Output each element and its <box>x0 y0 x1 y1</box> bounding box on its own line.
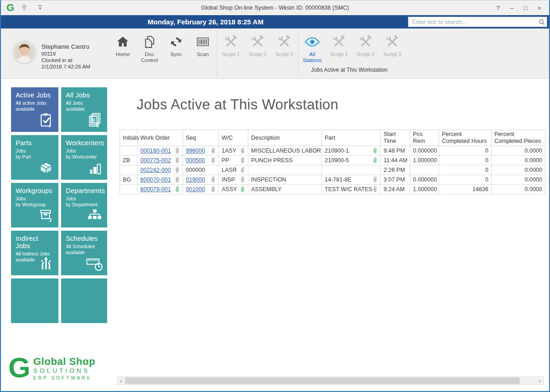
user-info: Stephanie Castro 00119 Clocked in at: 2/… <box>41 43 90 70</box>
paperclip-icon[interactable] <box>372 186 378 193</box>
wc-value: INSP <box>222 176 235 183</box>
paperclip-icon[interactable] <box>240 186 245 193</box>
scroll-right-icon[interactable]: › <box>536 377 544 385</box>
sidebar-tile-schedules[interactable]: SchedulesAll Schedules available <box>61 231 107 275</box>
cell-start_time: 3:07 PM <box>381 175 410 185</box>
seq-value[interactable]: 000500 <box>186 157 205 164</box>
scan-button[interactable]: Scan <box>189 32 216 57</box>
seq-value[interactable]: 996000 <box>186 148 205 154</box>
sidebar-tile-departments[interactable]: DepartmentsJobs by Department <box>61 183 107 227</box>
home-icon <box>109 34 136 50</box>
scrollbar-thumb[interactable] <box>125 377 520 384</box>
sidebar-tile-indirect-jobs[interactable]: Indirect JobsAll Indirect Jobs available <box>11 231 58 275</box>
barcode-icon <box>189 34 216 50</box>
paperclip-icon[interactable] <box>240 176 245 183</box>
cell-pct_pieces: 0.0000 <box>492 165 545 175</box>
scroll-left-icon[interactable]: ‹ <box>117 377 125 385</box>
user-avatar <box>13 41 36 64</box>
column-header-part[interactable]: Part <box>322 130 381 146</box>
paperclip-icon[interactable] <box>372 176 378 183</box>
search-input[interactable] <box>411 18 539 26</box>
lightbulb-icon[interactable] <box>21 4 28 12</box>
cell-work_order: 002242-000 <box>138 165 183 175</box>
sidebar-tile-workgroups[interactable]: WorkgroupsJobs by Workgroup <box>11 183 58 227</box>
cell-start_time: 2:26 PM <box>381 165 410 175</box>
toolbar-button-label: Script 2 <box>244 51 271 57</box>
home-button[interactable]: Home <box>109 32 136 57</box>
cell-seq: 000500 <box>183 156 219 165</box>
work_order-value[interactable]: 002242-000 <box>140 167 171 173</box>
column-header-work_order[interactable]: Work Order <box>138 130 183 146</box>
cell-description: PUNCH PRESS <box>248 156 322 165</box>
toolbar-button-label: Home <box>109 51 136 57</box>
close-button[interactable]: × <box>533 2 546 14</box>
paperclip-icon[interactable] <box>175 157 180 164</box>
tile-subtitle: All active Jobs available <box>16 100 54 112</box>
toolbar-button-label: Scan <box>189 51 216 57</box>
app-logo-g-icon: G <box>6 3 14 13</box>
page-title: Jobs Active at This Workstation <box>137 97 338 113</box>
column-header-seq[interactable]: Seq <box>183 130 219 146</box>
sidebar-tile-parts[interactable]: PartsJobs by Part <box>11 135 58 180</box>
logo-line1: Global Shop <box>33 357 95 367</box>
sidebar-tile-active-jobs[interactable]: Active JobsAll active Jobs available <box>11 87 58 132</box>
cell-part: 14-781-8E <box>322 175 381 185</box>
doc-control-button[interactable]: Doc Control <box>136 32 163 63</box>
quick-access-dropdown-icon[interactable]: ▾ <box>38 6 42 11</box>
app-window: G ▾ Global Shop On-line System - Wkstn I… <box>0 0 550 392</box>
work_order-value[interactable]: 600070-001 <box>140 176 171 183</box>
paperclip-icon[interactable] <box>240 147 245 154</box>
column-header-pct_pieces[interactable]: Percent Completed Pieces <box>492 130 545 146</box>
paperclip-icon[interactable] <box>211 176 216 183</box>
column-header-pct_hours[interactable]: Percent Completed Hours <box>439 130 492 146</box>
column-header-pcs_rem[interactable]: Pcs Rem <box>410 130 439 146</box>
paperclip-icon[interactable] <box>240 166 245 174</box>
paperclip-icon[interactable] <box>372 147 378 154</box>
search-icon[interactable] <box>539 19 545 25</box>
paperclip-icon[interactable] <box>175 166 180 174</box>
cell-initials <box>120 185 138 194</box>
paperclip-icon[interactable] <box>211 147 216 154</box>
work_order-value[interactable]: 000775-002 <box>140 157 171 164</box>
seq-value[interactable]: 019000 <box>186 176 205 183</box>
work_order-value[interactable]: 000160-001 <box>140 148 171 154</box>
title-bar: G ▾ Global Shop On-line System - Wkstn I… <box>1 0 549 15</box>
tile-subtitle: Jobs by Workcenter <box>66 148 103 160</box>
clipboard-check-icon <box>37 111 55 129</box>
cell-pct_pieces: 0.0000 <box>492 146 545 156</box>
global-shop-g-icon: G <box>8 355 30 381</box>
seq-value: 000000 <box>186 167 205 173</box>
column-header-initials[interactable]: Initials <box>120 130 138 146</box>
paperclip-icon[interactable] <box>175 176 180 183</box>
minimize-button[interactable]: – <box>505 2 519 14</box>
column-header-start_time[interactable]: Start Time <box>381 130 410 146</box>
cell-work_order: 600079-001 <box>138 185 183 194</box>
tile-title: Indirect Jobs <box>16 235 54 250</box>
horizontal-scrollbar[interactable]: ‹ › <box>117 376 544 385</box>
paperclip-icon[interactable] <box>372 157 378 164</box>
script-2-button: Script 2 <box>352 32 379 57</box>
cell-seq: 996000 <box>183 146 219 156</box>
tools-icon <box>271 34 298 50</box>
sync-button[interactable]: Sync <box>163 32 189 57</box>
column-header-description[interactable]: Description <box>248 130 322 146</box>
workgroup-icon <box>37 207 55 224</box>
all-stations-button[interactable]: All Stations <box>299 32 326 63</box>
paperclip-icon[interactable] <box>240 157 245 164</box>
sidebar-tile-blank[interactable] <box>61 278 107 323</box>
cell-wc: 1ASY <box>219 146 248 156</box>
cell-pct_pieces: 0.0000 <box>492 156 545 165</box>
sidebar-tile-all-jobs[interactable]: All JobsAll Jobs available <box>61 87 107 132</box>
sidebar-tile-blank[interactable] <box>11 278 58 323</box>
paperclip-icon[interactable] <box>175 147 180 154</box>
sidebar-tile-workcenters[interactable]: WorkcentersJobs by Workcenter <box>61 135 107 180</box>
help-button[interactable]: ? <box>491 2 505 14</box>
paperclip-icon[interactable] <box>175 186 180 193</box>
seq-value[interactable]: 001000 <box>186 186 205 193</box>
paperclip-icon[interactable] <box>211 157 216 164</box>
work_order-value[interactable]: 600079-001 <box>140 186 171 193</box>
script-1-button: Script 1 <box>326 32 352 57</box>
column-header-wc[interactable]: W/C <box>219 130 248 146</box>
maximize-button[interactable]: □ <box>519 2 533 14</box>
paperclip-icon[interactable] <box>211 186 216 193</box>
